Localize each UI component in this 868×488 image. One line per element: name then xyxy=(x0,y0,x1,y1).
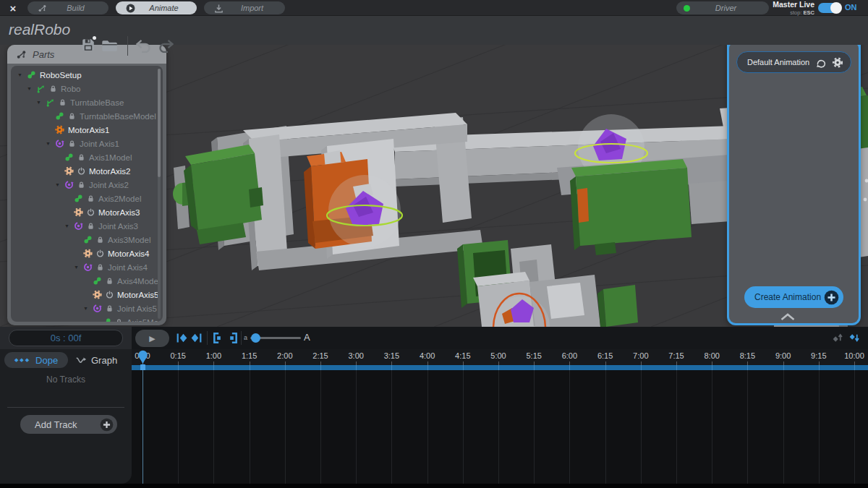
expander-arrow-icon[interactable]: ▼ xyxy=(64,223,70,228)
range-end-bracket-icon[interactable] xyxy=(229,332,239,344)
play-button[interactable]: ▶ xyxy=(135,330,169,347)
band-tick xyxy=(712,365,712,370)
open-folder-icon[interactable] xyxy=(101,39,118,52)
playhead-pin[interactable] xyxy=(137,350,148,365)
blob-icon xyxy=(74,194,83,203)
tree-item-motoraxis5[interactable]: MotorAxis5 xyxy=(11,288,157,301)
band-tick xyxy=(819,365,820,370)
scale-large-label: A xyxy=(304,332,310,343)
blob-icon xyxy=(64,153,74,162)
next-keyframe-icon[interactable] xyxy=(191,333,203,343)
master-live-toggle[interactable] xyxy=(818,3,841,13)
curve-icon xyxy=(75,356,87,365)
create-animation-button[interactable]: Create Animation xyxy=(744,286,843,308)
tree-item-label: Robo xyxy=(61,85,81,93)
animation-item-default[interactable]: Default Animation xyxy=(736,51,851,73)
band-tick xyxy=(427,365,428,370)
ruler-label: 3:15 xyxy=(384,351,399,360)
power-icon xyxy=(106,291,114,299)
tree-item-label: Axis4Model xyxy=(117,277,160,286)
ruler-label: 4:00 xyxy=(420,351,435,360)
parts-tree-body: ▼RoboSetup▼Robo▼TurntableBaseTurntableBa… xyxy=(11,66,163,322)
expander-arrow-icon[interactable]: ▼ xyxy=(54,182,61,187)
tab-animate[interactable]: Animate xyxy=(116,1,197,14)
close-button[interactable]: × xyxy=(6,1,20,15)
tree-item-axis1model[interactable]: Axis1Model xyxy=(11,150,157,164)
band-tick xyxy=(178,365,179,370)
tab-build[interactable]: Build xyxy=(27,1,109,14)
redo-icon[interactable] xyxy=(158,38,175,53)
tree-item-joint-axis4[interactable]: ▼Joint Axis4 xyxy=(11,260,157,274)
tree-item-turntablebase[interactable]: ▼TurntableBase xyxy=(11,95,157,109)
timeline-controls-bar: 0s : 00f ▶ a A xyxy=(0,327,868,349)
band-tick xyxy=(676,365,677,370)
tree-item-motoraxis2[interactable]: MotorAxis2 xyxy=(11,164,157,178)
band-tick xyxy=(641,365,642,370)
tree-item-label: TurntableBase xyxy=(70,98,124,107)
expander-arrow-icon[interactable]: ▼ xyxy=(82,306,89,311)
keyframe-down-icon[interactable] xyxy=(848,333,860,343)
ruler-label: 4:15 xyxy=(455,351,470,360)
tab-dope-sheet[interactable]: ◆◆◆ Dope xyxy=(4,352,68,368)
parts-tree: ▼RoboSetup▼Robo▼TurntableBaseTurntableBa… xyxy=(11,68,157,322)
range-start-bracket-icon[interactable] xyxy=(211,332,222,344)
tree-item-joint-axis5[interactable]: ▼Joint Axis5 xyxy=(11,301,157,315)
chevron-up-icon[interactable] xyxy=(780,313,796,321)
tree-item-label: Joint Axis2 xyxy=(89,181,129,189)
driver-status-pill[interactable]: Driver xyxy=(676,1,769,14)
gear-icon xyxy=(55,125,64,134)
timeline-range-band[interactable] xyxy=(132,365,868,370)
lock-icon xyxy=(49,85,57,93)
blob-icon xyxy=(83,235,93,244)
expander-arrow-icon[interactable]: ▼ xyxy=(17,72,23,77)
joint-icon xyxy=(83,262,93,272)
master-live-hint: stop: ESC xyxy=(773,10,814,16)
tree-item-axis4model[interactable]: Axis4Model xyxy=(11,274,157,288)
tree-item-robosetup[interactable]: ▼RoboSetup xyxy=(11,68,157,82)
blob-icon xyxy=(55,111,64,121)
tree-item-axis2model[interactable]: Axis2Model xyxy=(11,192,157,205)
ruler-label: 8:15 xyxy=(740,351,755,360)
scale-small-label: a xyxy=(244,334,247,341)
expander-arrow-icon[interactable]: ▼ xyxy=(26,86,33,91)
expander-arrow-icon[interactable]: ▼ xyxy=(35,100,42,105)
add-track-button[interactable]: Add Track xyxy=(20,415,117,434)
ruler-label: 7:15 xyxy=(668,351,684,360)
tree-item-label: Joint Axis5 xyxy=(117,304,157,313)
tree-item-axis5model[interactable]: Axis5Model xyxy=(11,315,157,322)
parts-scrollbar-thumb[interactable] xyxy=(158,69,161,177)
track-gridline xyxy=(427,370,428,484)
tab-graph-label: Graph xyxy=(91,355,117,366)
power-icon xyxy=(96,249,104,257)
timeline-ruler[interactable]: 0:000:151:001:152:002:153:003:154:004:15… xyxy=(132,349,868,370)
tree-item-label: MotorAxis4 xyxy=(108,249,150,258)
expander-arrow-icon[interactable]: ▼ xyxy=(73,265,80,270)
tree-item-joint-axis2[interactable]: ▼Joint Axis2 xyxy=(11,178,157,192)
loop-icon[interactable] xyxy=(815,57,827,68)
tree-item-motoraxis4[interactable]: MotorAxis4 xyxy=(11,247,157,260)
tree-item-motoraxis1[interactable]: MotorAxis1 xyxy=(11,123,157,137)
tree-item-joint-axis3[interactable]: ▼Joint Axis3 xyxy=(11,219,157,233)
undo-icon[interactable] xyxy=(135,38,152,53)
expander-arrow-icon[interactable]: ▼ xyxy=(45,141,51,146)
dope-diamonds-icon: ◆◆◆ xyxy=(14,357,30,363)
ruler-label: 5:00 xyxy=(490,351,506,360)
previous-keyframe-icon[interactable] xyxy=(176,333,187,343)
keyframe-up-icon[interactable] xyxy=(832,333,843,343)
tree-item-motoraxis3[interactable]: MotorAxis3 xyxy=(11,205,157,219)
tab-import[interactable]: Import xyxy=(204,1,285,14)
tab-graph-editor[interactable]: Graph xyxy=(75,352,126,368)
top-mode-bar: × Build Animate Import Driver Master Liv… xyxy=(0,0,868,16)
tree-item-turntablebasemodel[interactable]: TurntableBaseModel xyxy=(11,109,157,123)
timeline-track-area[interactable] xyxy=(132,370,868,484)
joint-icon xyxy=(74,221,83,231)
gear-icon[interactable] xyxy=(832,57,843,68)
lock-icon xyxy=(96,236,104,244)
tree-item-joint-axis1[interactable]: ▼Joint Axis1 xyxy=(11,137,157,150)
no-tracks-message: No Tracks xyxy=(0,374,132,385)
tree-item-robo[interactable]: ▼Robo xyxy=(11,82,157,95)
tree-item-axis3model[interactable]: Axis3Model xyxy=(11,233,157,247)
scale-slider-knob[interactable] xyxy=(251,333,260,343)
track-gridline xyxy=(819,370,820,484)
save-icon[interactable] xyxy=(81,38,95,52)
